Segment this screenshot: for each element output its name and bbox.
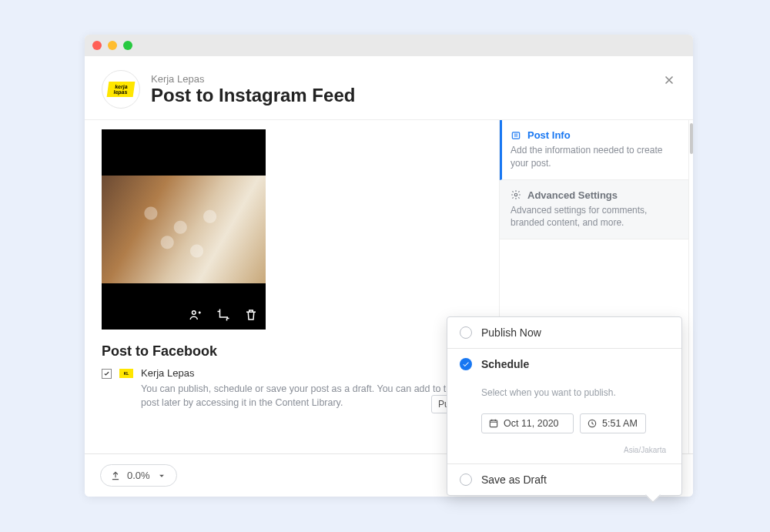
option-save-draft[interactable]: Save as Draft: [447, 463, 681, 495]
schedule-date-input[interactable]: Oct 11, 2020: [481, 413, 574, 433]
page-avatar: kerja lepas: [102, 70, 140, 109]
post-info-icon: [511, 130, 521, 141]
calendar-icon: [488, 418, 499, 429]
facebook-page-name: Kerja Lepas: [141, 367, 472, 379]
facebook-page-row: KL Kerja Lepas You can publish, schedule…: [102, 367, 482, 410]
close-dot[interactable]: [92, 41, 102, 50]
modal-header: kerja lepas Kerja Lepas Post to Instagra…: [85, 56, 693, 120]
schedule-popover: Publish Now Schedule Select when you wan…: [447, 316, 682, 496]
svg-point-2: [514, 193, 517, 196]
close-icon[interactable]: [662, 73, 676, 90]
post-to-facebook-title: Post to Facebook: [102, 343, 482, 360]
tag-people-icon[interactable]: [189, 308, 203, 322]
svg-rect-3: [490, 420, 497, 427]
modal-title: Post to Instagram Feed: [151, 85, 355, 106]
schedule-subtext: Select when you want to publish.: [481, 387, 669, 398]
upload-percent: 0.0%: [127, 470, 150, 481]
radio-schedule[interactable]: [460, 358, 472, 370]
advanced-desc: Advanced settings for comments, branded …: [511, 204, 678, 230]
post-info-title: Post Info: [527, 129, 571, 141]
schedule-time-value: 5:51 AM: [602, 418, 638, 429]
page-badge-icon: KL: [119, 369, 133, 378]
option-publish-now[interactable]: Publish Now: [447, 317, 681, 348]
schedule-label: Schedule: [481, 358, 529, 370]
radio-save-draft[interactable]: [460, 473, 472, 486]
header-texts: Kerja Lepas Post to Instagram Feed: [151, 73, 355, 106]
avatar-text-bot: lepas: [113, 89, 128, 95]
chevron-down-icon: [156, 470, 167, 481]
advanced-title: Advanced Settings: [527, 189, 618, 201]
sidebar-post-info[interactable]: Post Info Add the information needed to …: [500, 120, 688, 180]
option-schedule[interactable]: Schedule Select when you want to publish…: [447, 348, 681, 463]
schedule-date-value: Oct 11, 2020: [504, 418, 559, 429]
scrollbar[interactable]: [688, 120, 693, 453]
schedule-time-input[interactable]: 5:51 AM: [580, 413, 646, 433]
save-draft-label: Save as Draft: [481, 473, 547, 486]
minimize-dot[interactable]: [108, 41, 117, 50]
media-toolbar: [189, 308, 258, 322]
media-image: [102, 176, 266, 283]
clock-icon: [587, 418, 598, 429]
brand-name: Kerja Lepas: [151, 73, 355, 85]
radio-publish-now[interactable]: [460, 326, 472, 339]
post-info-desc: Add the information needed to create you…: [511, 144, 678, 170]
upload-progress[interactable]: 0.0%: [100, 464, 177, 487]
crop-icon[interactable]: [216, 308, 230, 322]
timezone-label: Asia/Jakarta: [460, 446, 666, 454]
media-preview[interactable]: [102, 129, 266, 330]
maximize-dot[interactable]: [123, 41, 132, 50]
publish-now-label: Publish Now: [481, 326, 541, 339]
gear-icon: [511, 189, 521, 200]
trash-icon[interactable]: [244, 308, 258, 322]
upload-icon: [110, 470, 121, 481]
facebook-page-checkbox[interactable]: [102, 369, 112, 379]
svg-point-0: [192, 311, 196, 315]
sidebar-advanced-settings[interactable]: Advanced Settings Advanced settings for …: [500, 180, 688, 240]
mac-titlebar: [85, 35, 693, 56]
facebook-page-text: Kerja Lepas You can publish, schedule or…: [141, 367, 472, 410]
avatar-text-top: kerja: [115, 84, 128, 89]
avatar-logo: kerja lepas: [107, 82, 136, 97]
facebook-page-desc: You can publish, schedule or save your p…: [141, 382, 472, 410]
